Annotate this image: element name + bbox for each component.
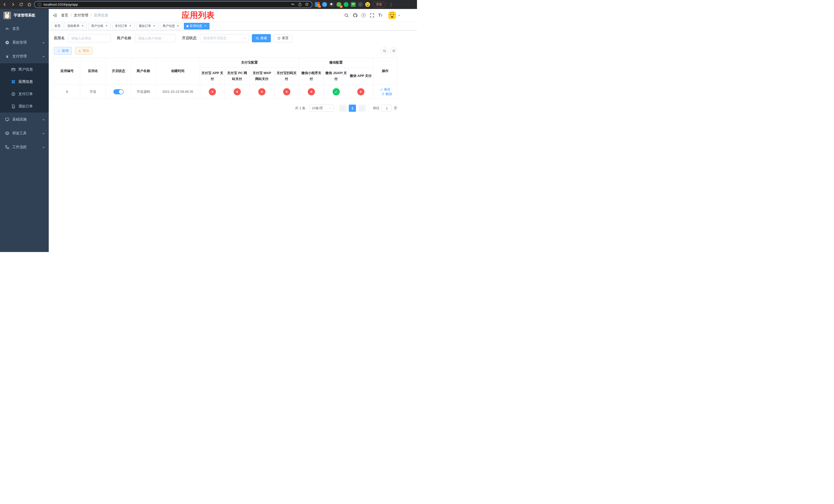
prev-page-button[interactable]: ‹	[339, 105, 346, 112]
toggle-search-button[interactable]	[381, 47, 388, 54]
extension-icon-blue[interactable]	[322, 2, 327, 7]
bookmark-star-icon[interactable]	[305, 2, 309, 7]
search-icon[interactable]	[344, 13, 349, 18]
tab-refund-orders[interactable]: 退款订单×	[136, 23, 158, 29]
address-bar[interactable]: i localhost:1024/pay/app	[34, 1, 312, 8]
forward-icon[interactable]	[11, 2, 15, 7]
close-icon[interactable]: ×	[152, 24, 156, 28]
fullscreen-icon[interactable]	[370, 13, 374, 18]
cell-alipay-pc: ×	[225, 85, 249, 99]
monitor-icon	[5, 117, 9, 121]
key-icon[interactable]	[291, 2, 295, 7]
question-icon[interactable]: ?	[361, 13, 366, 18]
back-icon[interactable]	[3, 2, 7, 7]
breadcrumb-section[interactable]: 支付管理	[74, 13, 88, 18]
close-icon[interactable]: ×	[81, 24, 84, 28]
close-icon[interactable]: ×	[129, 24, 132, 28]
reset-button-label: 重置	[282, 36, 288, 41]
extension-icon-profile[interactable]: 1	[336, 2, 341, 7]
tab-label: 用户分组	[91, 24, 103, 28]
app-main: 芋道管理系统 首页 系统管理 ¥ 支付管理 商户信息	[0, 9, 417, 252]
sidebar-item-label: 系统管理	[12, 40, 27, 45]
main-panel: 首页 / 支付管理 / 应用信息 应用列表 ? TT	[49, 9, 417, 252]
browser-nav-buttons	[3, 2, 31, 7]
status-switch[interactable]	[113, 89, 124, 94]
kebab-menu-icon[interactable]: ⋮	[388, 2, 394, 7]
close-icon[interactable]: ×	[176, 24, 180, 28]
search-button-label: 搜索	[260, 36, 267, 41]
tab-pay-orders[interactable]: 支付订单×	[112, 23, 135, 29]
col-header-name: 应用名	[80, 58, 106, 85]
status-badge: ×	[283, 88, 290, 95]
extension-icon-gray[interactable]	[358, 2, 363, 7]
filter-form: 应用名 商户名称 开启状态 请选择开启状态 搜索 重置	[54, 34, 417, 42]
sidebar-item-app-info[interactable]: 应用信息	[0, 76, 49, 88]
tab-app-info[interactable]: 应用信息×	[184, 23, 210, 29]
sidebar-logo[interactable]: 芋道管理系统	[0, 9, 49, 22]
hamburger-icon[interactable]	[49, 13, 61, 18]
address-bar-actions	[291, 2, 309, 7]
breadcrumb-home[interactable]: 首页	[61, 13, 68, 18]
tab-label: 退款订单	[139, 24, 151, 28]
edit-link[interactable]: 修改	[380, 87, 391, 92]
tab-process-form[interactable]: 流程表单×	[65, 23, 87, 29]
refresh-icon	[392, 49, 395, 52]
goto-page-input[interactable]	[381, 105, 392, 112]
sidebar-item-pay-orders[interactable]: 支付订单	[0, 88, 49, 100]
share-icon[interactable]	[298, 2, 302, 7]
extension-icon-dark[interactable]	[329, 2, 334, 7]
page-unit-label: 页	[394, 106, 397, 111]
trash-icon	[381, 93, 385, 96]
close-icon[interactable]: ×	[105, 24, 108, 28]
sidebar-item-payment[interactable]: ¥ 支付管理	[0, 49, 49, 63]
sidebar-item-refund-orders[interactable]: 退款订单	[0, 100, 49, 113]
app-title: 芋道管理系统	[14, 13, 35, 18]
tab-home[interactable]: 首页	[52, 23, 63, 29]
add-button[interactable]: ＋ 新增	[54, 47, 72, 54]
chrome-update-button[interactable]: 更新	[373, 2, 386, 7]
tab-merchant-info[interactable]: 商户信息×	[160, 23, 182, 29]
merchant-input[interactable]	[135, 34, 175, 42]
avatar[interactable]	[388, 12, 396, 19]
export-button[interactable]: 导出	[75, 47, 93, 54]
sidebar-item-infrastructure[interactable]: 基础设施	[0, 113, 49, 127]
sidebar-item-dev-tools[interactable]: 研发工具	[0, 127, 49, 140]
user-menu[interactable]	[388, 12, 401, 19]
app-name-input[interactable]	[68, 34, 111, 42]
search-button[interactable]: 搜索	[252, 34, 271, 42]
extension-icon-wechat[interactable]	[344, 2, 349, 7]
page-number-button[interactable]: 1	[349, 105, 356, 112]
pencil-icon	[380, 88, 383, 91]
refresh-button[interactable]	[390, 47, 397, 54]
switch-knob	[119, 90, 123, 94]
extension-icon-tabs[interactable]: 10	[315, 2, 320, 7]
delete-link[interactable]: 删除	[381, 92, 392, 96]
url-text[interactable]: localhost:1024/pay/app	[44, 3, 289, 6]
sidebar-item-merchant-info[interactable]: 商户信息	[0, 63, 49, 76]
close-icon[interactable]: ×	[203, 24, 207, 28]
col-header-id: 应用编号	[54, 58, 80, 85]
github-icon[interactable]	[353, 13, 357, 18]
site-info-icon[interactable]: i	[38, 3, 41, 6]
reload-icon[interactable]	[19, 2, 23, 7]
status-badge: ×	[357, 88, 365, 95]
font-size-icon[interactable]: TT	[378, 13, 382, 18]
home-icon[interactable]	[27, 2, 31, 7]
sidebar-item-home[interactable]: 首页	[0, 22, 49, 36]
sidebar-item-workflow[interactable]: 工作流程	[0, 140, 49, 154]
tab-user-group[interactable]: 用户分组×	[88, 23, 111, 29]
tags-view: 首页 流程表单× 用户分组× 支付订单× 退款订单× 商户信息× 应用信息×	[49, 22, 417, 30]
extensions-area: 10 1	[315, 2, 370, 7]
sidebar-item-system[interactable]: 系统管理	[0, 36, 49, 49]
cell-created: 2021-10-23 08:49:25	[156, 85, 200, 99]
next-page-button[interactable]: ›	[358, 105, 366, 112]
page-size-select[interactable]: 10条/页	[310, 105, 334, 112]
refund-icon	[11, 104, 15, 109]
cell-actions: 修改 删除	[373, 85, 397, 99]
sidebar-item-label: 研发工具	[12, 131, 27, 136]
profile-avatar-icon[interactable]	[365, 2, 370, 7]
status-select[interactable]: 请选择开启状态	[200, 34, 249, 42]
reset-button[interactable]: 重置	[273, 34, 292, 42]
col-header-actions: 操作	[373, 58, 397, 85]
extension-icon-book[interactable]	[351, 2, 356, 7]
